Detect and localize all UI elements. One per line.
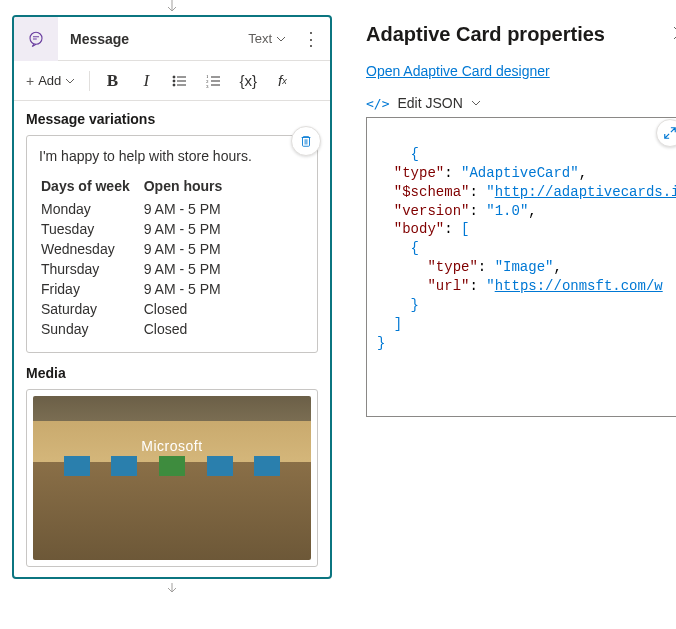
media-item[interactable]: Microsoft bbox=[26, 389, 318, 567]
variations-section: Message variations I'm happy to help wit… bbox=[14, 101, 330, 363]
variations-title: Message variations bbox=[26, 111, 318, 127]
json-editor[interactable]: { "type": "AdaptiveCard", "$schema": "ht… bbox=[366, 117, 676, 417]
mode-dropdown[interactable]: Text bbox=[248, 31, 292, 46]
trash-icon bbox=[299, 134, 313, 148]
add-label: Add bbox=[38, 73, 61, 88]
edit-json-label: Edit JSON bbox=[397, 95, 462, 111]
variable-button[interactable]: {x} bbox=[232, 65, 264, 97]
table-row: Monday9 AM - 5 PM bbox=[41, 200, 234, 218]
code-icon: </> bbox=[366, 96, 389, 111]
mode-label: Text bbox=[248, 31, 272, 46]
properties-panel: Adaptive Card properties Open Adaptive C… bbox=[344, 0, 676, 629]
svg-point-0 bbox=[30, 32, 42, 44]
message-node[interactable]: Message Text ⋮ + Add B I 123 {x} fx bbox=[12, 15, 332, 579]
bullet-list-button[interactable] bbox=[164, 65, 196, 97]
flow-arrow-out bbox=[0, 579, 344, 595]
table-row: Tuesday9 AM - 5 PM bbox=[41, 220, 234, 238]
more-menu[interactable]: ⋮ bbox=[292, 30, 330, 48]
table-row: SundayClosed bbox=[41, 320, 234, 338]
numbered-list-button[interactable]: 123 bbox=[198, 65, 230, 97]
edit-json-toggle[interactable]: </> Edit JSON bbox=[366, 95, 676, 111]
svg-text:3: 3 bbox=[206, 84, 209, 89]
svg-point-5 bbox=[173, 84, 175, 86]
table-row: Wednesday9 AM - 5 PM bbox=[41, 240, 234, 258]
expand-button[interactable] bbox=[656, 119, 677, 147]
media-title: Media bbox=[26, 365, 318, 381]
close-icon bbox=[673, 26, 677, 40]
expression-button[interactable]: fx bbox=[266, 65, 298, 97]
chevron-down-icon bbox=[65, 76, 75, 86]
table-row: Friday9 AM - 5 PM bbox=[41, 280, 234, 298]
close-button[interactable] bbox=[669, 20, 677, 49]
media-section: Media Microsoft bbox=[14, 363, 330, 577]
expand-icon bbox=[663, 126, 677, 140]
node-title: Message bbox=[58, 31, 248, 47]
table-row: SaturdayClosed bbox=[41, 300, 234, 318]
plus-icon: + bbox=[26, 73, 34, 89]
store-image: Microsoft bbox=[33, 396, 311, 560]
flow-arrow-in bbox=[0, 0, 344, 15]
svg-point-3 bbox=[173, 80, 175, 82]
col-header-hours: Open hours bbox=[144, 176, 235, 198]
message-text: I'm happy to help with store hours. bbox=[39, 148, 305, 164]
col-header-day: Days of week bbox=[41, 176, 142, 198]
node-header: Message Text ⋮ bbox=[14, 17, 330, 61]
chevron-down-icon bbox=[471, 98, 481, 108]
table-row: Thursday9 AM - 5 PM bbox=[41, 260, 234, 278]
chevron-down-icon bbox=[276, 34, 286, 44]
store-logo-text: Microsoft bbox=[141, 438, 202, 454]
formatting-toolbar: + Add B I 123 {x} fx bbox=[14, 61, 330, 101]
panel-title: Adaptive Card properties bbox=[366, 23, 605, 46]
hours-table: Days of week Open hours Monday9 AM - 5 P… bbox=[39, 174, 236, 340]
message-icon bbox=[14, 17, 58, 61]
bold-button[interactable]: B bbox=[96, 65, 128, 97]
delete-button[interactable] bbox=[291, 126, 321, 156]
add-button[interactable]: + Add bbox=[18, 69, 83, 93]
italic-button[interactable]: I bbox=[130, 65, 162, 97]
variation-item[interactable]: I'm happy to help with store hours. Days… bbox=[26, 135, 318, 353]
separator bbox=[89, 71, 90, 91]
open-designer-link[interactable]: Open Adaptive Card designer bbox=[366, 63, 550, 79]
svg-point-1 bbox=[173, 76, 175, 78]
